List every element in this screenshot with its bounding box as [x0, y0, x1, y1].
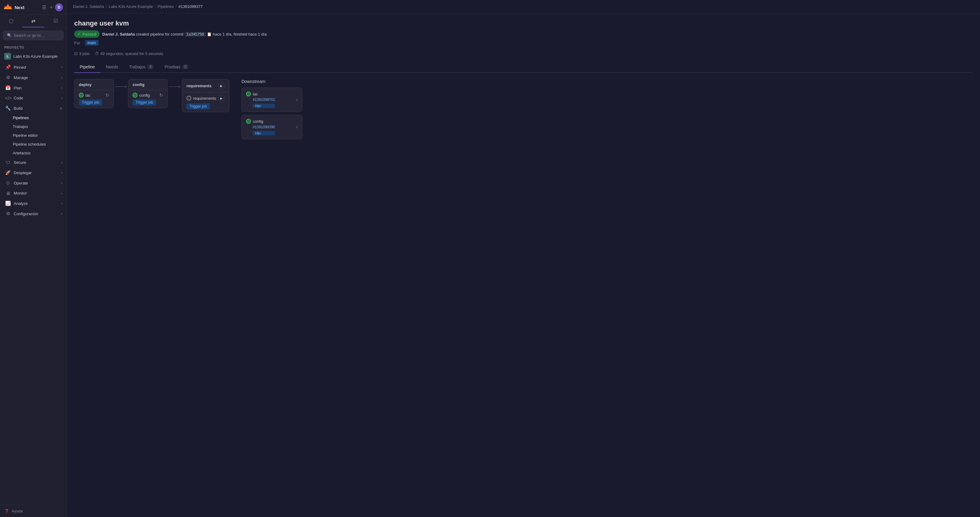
- breadcrumb-project[interactable]: Labs K3s Azure Example: [109, 4, 153, 9]
- sidebar-item-label: Monitor: [14, 191, 27, 195]
- sidebar-item-operate[interactable]: ⊙ Operate ›: [0, 178, 67, 188]
- copy-icon[interactable]: 📋: [207, 32, 213, 36]
- sidebar-project[interactable]: L Labs K3s Azure Example: [0, 51, 67, 62]
- sidebar-item-label: Build: [14, 106, 22, 111]
- user-avatar[interactable]: D: [55, 3, 63, 11]
- refresh-icon[interactable]: ↻: [105, 93, 109, 98]
- branch-row: For main: [74, 40, 973, 46]
- sidebar-item-plan[interactable]: 📅 Plan ›: [0, 82, 67, 93]
- chevron-right-icon: ›: [61, 160, 62, 165]
- trigger-job-requirements-btn[interactable]: Trigger job: [186, 103, 210, 109]
- trigger-job-deploy-btn[interactable]: Trigger job: [79, 99, 102, 105]
- chevron-right-icon: ›: [61, 181, 62, 185]
- downstream-iac-chevron: ›: [296, 97, 298, 102]
- sidebar-item-label: Code: [14, 96, 23, 100]
- downstream-card-iac-info: iac #1391099701 Hijo: [246, 92, 275, 108]
- job-requirements-name: requirements ▶: [186, 95, 225, 101]
- sidebar-item-build[interactable]: 🔧 Build ∨: [0, 103, 67, 113]
- analyze-icon: 📈: [5, 201, 11, 206]
- secure-icon: 🛡: [5, 160, 11, 165]
- tab-pruebas[interactable]: Pruebas 0: [159, 62, 194, 73]
- tab-check-icon[interactable]: ☑: [45, 15, 67, 27]
- job-requirements-label: requirements: [193, 96, 216, 101]
- chevron-down-icon: ∨: [60, 106, 62, 110]
- status-label: Passed: [83, 32, 96, 36]
- downstream-config-tag: Hijo: [253, 131, 275, 135]
- search-placeholder: Search or go to...: [14, 33, 44, 38]
- sidebar-item-monitor[interactable]: 🖥 Monitor ›: [0, 188, 67, 198]
- chevron-right-icon: ›: [61, 65, 62, 69]
- tab-code-icon[interactable]: ▢: [0, 15, 22, 27]
- sidebar-sub-item-pipeline-schedules[interactable]: Pipeline schedules: [0, 140, 67, 149]
- stage-deploy: deploy iac ↻ Trigger job: [74, 79, 114, 108]
- downstream-title: Downstream: [242, 79, 302, 84]
- sidebar-item-pinned[interactable]: 📌 Pinned ›: [0, 62, 67, 72]
- downstream-iac-tag: Hijo: [253, 104, 275, 108]
- refresh-icon-2[interactable]: ↻: [159, 93, 163, 98]
- breadcrumb: Daniel J. Saldaña / Labs K3s Azure Examp…: [67, 0, 980, 13]
- search-box[interactable]: 🔍 Search or go to...: [3, 31, 64, 40]
- stage-config-header: config: [128, 79, 167, 90]
- downstream-card-config[interactable]: config #1391099390 Hijo ›: [242, 115, 302, 139]
- commit-hash[interactable]: 1a345750: [185, 32, 206, 37]
- search-icon: 🔍: [7, 33, 12, 38]
- sidebar-item-configuracion[interactable]: ⚙ Configuración ›: [0, 208, 67, 219]
- tab-merge-icon[interactable]: ⇄: [22, 15, 45, 27]
- connector-2: [168, 85, 182, 88]
- page-content: change user kvm ✓ Passed Daniel J. Salda…: [67, 13, 980, 517]
- sidebar-item-manage[interactable]: ⚙ Manage ›: [0, 72, 67, 82]
- chevron-right-icon: ›: [61, 75, 62, 79]
- stage-play-btn[interactable]: ▶: [218, 82, 225, 89]
- downstream-config-chevron: ›: [296, 124, 298, 130]
- sidebar-sub-item-artefactos[interactable]: Artefactos: [0, 149, 67, 157]
- project-name: Labs K3s Azure Example: [13, 54, 57, 59]
- sidebar-sub-item-pipelines[interactable]: Pipelines: [0, 113, 67, 122]
- sidebar-sub-item-pipeline-editor[interactable]: Pipeline editor: [0, 131, 67, 140]
- code-icon: </>: [5, 95, 11, 101]
- sidebar-item-analyze[interactable]: 📈 Analyze ›: [0, 198, 67, 208]
- job-config-status: [133, 93, 137, 98]
- app-name: Next: [14, 5, 25, 10]
- sidebar-toggle-btn[interactable]: ☰: [41, 3, 48, 11]
- connector-line-2: [169, 86, 178, 87]
- connector-1: [114, 85, 128, 88]
- action-text: created pipeline for commit: [136, 32, 185, 36]
- sidebar-new-btn[interactable]: +: [49, 3, 54, 11]
- stage-requirements-label: requirements: [186, 84, 212, 88]
- downstream-iac-label: iac: [253, 92, 258, 96]
- breadcrumb-pipelines[interactable]: Pipelines: [158, 4, 174, 9]
- build-icon: 🔧: [5, 105, 11, 111]
- job-iac-name: iac ↻: [79, 93, 109, 98]
- breadcrumb-sep-1: /: [106, 4, 107, 9]
- branch-badge[interactable]: main: [85, 40, 99, 46]
- trigger-job-config-btn[interactable]: Trigger job: [133, 99, 156, 105]
- duration-item: ⏱ 49 segundos, queued for 5 seconds: [95, 51, 163, 56]
- jobs-icon: ⊡: [74, 51, 78, 56]
- time-text: hace 1 día, finished hace 1 día: [213, 32, 267, 36]
- job-iac: iac ↻ Trigger job: [75, 90, 113, 108]
- breadcrumb-author[interactable]: Daniel J. Saldaña: [73, 4, 104, 9]
- tab-pipeline[interactable]: Pipeline: [74, 62, 100, 73]
- check-icon: ✓: [77, 32, 81, 36]
- chevron-right-icon: ›: [61, 211, 62, 216]
- sidebar: Next ☰ + D ▢ ⇄ ☑ 🔍 Search or go to... Pr…: [0, 0, 67, 517]
- sidebar-sub-item-trabajos[interactable]: Trabajos: [0, 122, 67, 131]
- downstream-config-status: [246, 119, 251, 124]
- stage-requirements: requirements ▶ requirements ▶ Trigger jo…: [182, 79, 229, 112]
- duration-text: 49 segundos, queued for 5 seconds: [100, 51, 163, 56]
- sidebar-item-label: Plan: [14, 86, 22, 90]
- jobs-count: 3 jobs: [79, 51, 90, 56]
- pin-icon: 📌: [5, 65, 11, 70]
- commit-info: Daniel J. Saldaña created pipeline for c…: [102, 32, 267, 36]
- sidebar-item-secure[interactable]: 🛡 Secure ›: [0, 157, 67, 168]
- job-config: config ↻ Trigger job: [128, 90, 167, 108]
- downstream-card-iac[interactable]: iac #1391099701 Hijo ›: [242, 87, 302, 112]
- tab-needs[interactable]: Needs: [100, 62, 124, 73]
- sidebar-item-desplegar[interactable]: 🚀 Desplegar ›: [0, 168, 67, 178]
- job-play-btn[interactable]: ▶: [218, 95, 225, 101]
- meta-row: ⊡ 3 jobs ⏱ 49 segundos, queued for 5 sec…: [74, 51, 973, 56]
- sidebar-tab-group: ▢ ⇄ ☑: [0, 15, 67, 28]
- tab-trabajos[interactable]: Trabajos 3: [124, 62, 159, 73]
- sidebar-item-code[interactable]: </> Code ›: [0, 93, 67, 103]
- sidebar-footer-help[interactable]: ❓ Ayuda: [0, 505, 67, 517]
